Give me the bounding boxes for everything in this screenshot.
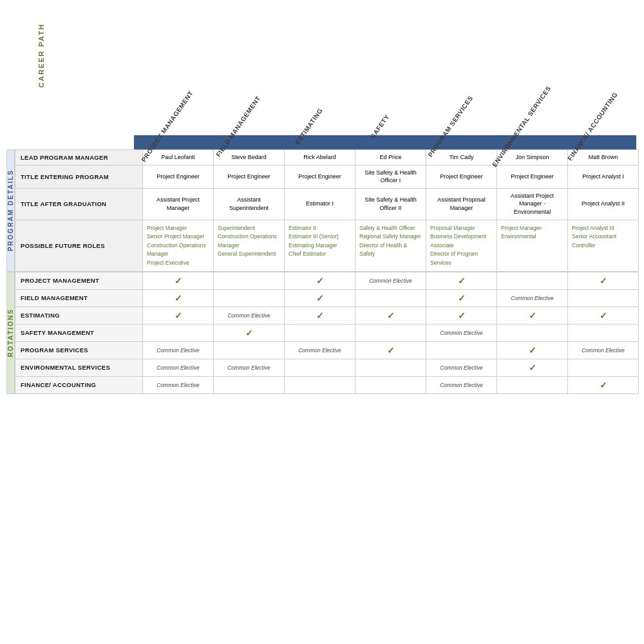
program-cell: Project Engineer bbox=[285, 165, 355, 188]
rotation-cell: Common Elective bbox=[355, 272, 426, 289]
common-elective-label: Common Elective bbox=[440, 330, 483, 336]
program-cell: Estimator IIEstimator III (Senior)Estima… bbox=[285, 220, 355, 271]
program-cell: Project Engineer bbox=[143, 165, 214, 188]
check-icon: ✓ bbox=[458, 310, 466, 321]
program-row: TITLE ENTERING PROGRAMProject EngineerPr… bbox=[15, 165, 639, 188]
check-icon: ✓ bbox=[529, 363, 536, 373]
program-details-side-label: PROGRAM DETAILS bbox=[6, 149, 15, 272]
diag-header-safety: SAFETY bbox=[348, 19, 419, 135]
rotation-cell: ✓ bbox=[143, 307, 214, 324]
program-cell: Site Safety & Health Officer II bbox=[355, 188, 426, 220]
rotation-cell bbox=[355, 324, 426, 341]
program-row: TITLE AFTER GRADUATIONAssistant Project … bbox=[15, 188, 639, 220]
program-cell: Assistant Project Manager bbox=[143, 188, 214, 220]
rotation-cell: ✓ bbox=[568, 376, 639, 393]
rotation-row-header: FIELD MANAGEMENT bbox=[15, 289, 143, 307]
rotation-cell bbox=[355, 376, 426, 393]
rotation-cell: ✓ bbox=[568, 272, 639, 289]
program-cell: Project Analyst IIISenior AccountantCont… bbox=[568, 220, 639, 271]
program-cell: Project Engineer bbox=[426, 165, 497, 188]
rotation-cell: ✓ bbox=[285, 272, 355, 289]
check-icon: ✓ bbox=[316, 310, 324, 321]
rotation-cell bbox=[497, 376, 568, 393]
rotation-row-header: PROJECT MANAGEMENT bbox=[15, 272, 143, 289]
rotation-row: FINANCE/ ACCOUNTINGCommon ElectiveCommon… bbox=[15, 376, 639, 393]
rotation-cell bbox=[568, 359, 639, 376]
program-cell: Site Safety & Health Officer I bbox=[355, 165, 426, 188]
career-path-label: CAREER PATH bbox=[37, 23, 45, 88]
rotation-cell: ✓ bbox=[355, 307, 426, 324]
program-row: LEAD PROGRAM MANAGERPaul LeofantiSteve B… bbox=[15, 150, 639, 166]
rotation-cell: Common Elective bbox=[143, 359, 214, 376]
rotations-section: ROTATIONS PROJECT MANAGEMENT✓✓Common Ele… bbox=[6, 272, 638, 394]
check-icon: ✓ bbox=[529, 345, 536, 355]
rotation-cell bbox=[214, 341, 285, 359]
diagonal-headers: PROJECT MANAGEMENT FIELD MANAGEMENT ESTI… bbox=[6, 6, 638, 135]
program-cell: Proposal ManagerBusiness Development Ass… bbox=[426, 220, 497, 271]
check-icon: ✓ bbox=[600, 310, 607, 321]
rotation-cell: Common Elective bbox=[214, 307, 285, 324]
rotation-cell: ✓ bbox=[214, 324, 285, 341]
rotation-cell bbox=[214, 376, 285, 393]
program-details-table-wrap: LEAD PROGRAM MANAGERPaul LeofantiSteve B… bbox=[15, 149, 639, 272]
program-details-section: PROGRAM DETAILS LEAD PROGRAM MANAGERPaul… bbox=[6, 149, 638, 272]
check-icon: ✓ bbox=[175, 310, 182, 321]
rotation-row: ENVIRONMENTAL SERVICESCommon ElectiveCom… bbox=[15, 359, 639, 376]
common-elective-label: Common Elective bbox=[582, 347, 625, 354]
rotation-row: FIELD MANAGEMENT✓✓✓Common Elective bbox=[15, 289, 639, 307]
rotation-cell bbox=[568, 289, 639, 307]
program-row-header: TITLE ENTERING PROGRAM bbox=[15, 165, 143, 188]
rotation-row: SAFETY MANAGEMENT✓Common Elective bbox=[15, 324, 639, 341]
rotation-row-header: ESTIMATING bbox=[15, 307, 143, 324]
program-row: POSSIBLE FUTURE ROLESProject ManagerSeni… bbox=[15, 220, 639, 271]
rotation-cell: Common Elective bbox=[214, 359, 285, 376]
rotation-cell bbox=[143, 324, 214, 341]
program-row-header: LEAD PROGRAM MANAGER bbox=[15, 150, 143, 166]
rotation-cell: Common Elective bbox=[426, 324, 497, 341]
common-elective-label: Common Elective bbox=[440, 365, 483, 371]
check-icon: ✓ bbox=[458, 276, 466, 286]
rotation-row: PROJECT MANAGEMENT✓✓Common Elective✓✓ bbox=[15, 272, 639, 289]
program-cell: Estimator I bbox=[285, 188, 355, 220]
rotation-cell: Common Elective bbox=[426, 359, 497, 376]
common-elective-label: Common Elective bbox=[156, 365, 200, 371]
rotation-cell: ✓ bbox=[426, 272, 497, 289]
rotation-cell bbox=[497, 324, 568, 341]
blue-bar bbox=[134, 135, 636, 149]
diag-header-program-services: PROGRAM SERVICES bbox=[419, 19, 489, 135]
program-cell: Project Analyst II bbox=[568, 188, 639, 220]
rotation-cell bbox=[285, 324, 355, 341]
rotation-cell bbox=[285, 376, 355, 393]
rotations-side-label: ROTATIONS bbox=[6, 272, 15, 394]
rotations-table: PROJECT MANAGEMENT✓✓Common Elective✓✓FIE… bbox=[15, 272, 639, 394]
program-row-header: TITLE AFTER GRADUATION bbox=[15, 188, 143, 220]
rotation-cell bbox=[426, 341, 497, 359]
check-icon: ✓ bbox=[245, 328, 253, 338]
program-cell: Project Engineer bbox=[497, 165, 568, 188]
rotation-cell bbox=[497, 272, 568, 289]
common-elective-label: Common Elective bbox=[511, 295, 554, 301]
diag-header-finance: FINANCE/ ACCOUNTING bbox=[560, 19, 631, 135]
rotations-table-wrap: PROJECT MANAGEMENT✓✓Common Elective✓✓FIE… bbox=[15, 272, 639, 394]
rotation-cell: ✓ bbox=[426, 289, 497, 307]
check-icon: ✓ bbox=[175, 276, 182, 286]
rotation-row-header: ENVIRONMENTAL SERVICES bbox=[15, 359, 143, 376]
common-elective-label: Common Elective bbox=[369, 278, 412, 284]
rotation-cell: ✓ bbox=[285, 307, 355, 324]
common-elective-label: Common Elective bbox=[156, 347, 200, 354]
rotation-cell: ✓ bbox=[143, 272, 214, 289]
rotation-cell bbox=[214, 272, 285, 289]
rotation-cell: ✓ bbox=[143, 289, 214, 307]
diag-header-estimating: ESTIMATING bbox=[277, 19, 348, 135]
check-icon: ✓ bbox=[175, 293, 182, 303]
rotation-cell: Common Elective bbox=[426, 376, 497, 393]
rotation-row: PROGRAM SERVICESCommon ElectiveCommon El… bbox=[15, 341, 639, 359]
program-row-header: POSSIBLE FUTURE ROLES bbox=[15, 220, 143, 271]
program-cell: Project Engineer bbox=[214, 165, 285, 188]
rotation-cell: Common Elective bbox=[497, 289, 568, 307]
rotation-row-header: PROGRAM SERVICES bbox=[15, 341, 143, 359]
rotation-cell: ✓ bbox=[497, 359, 568, 376]
rotation-cell: Common Elective bbox=[143, 376, 214, 393]
program-cell: SuperintendentConstruction Operations Ma… bbox=[214, 220, 285, 271]
program-cell: Ed Price bbox=[355, 150, 426, 166]
